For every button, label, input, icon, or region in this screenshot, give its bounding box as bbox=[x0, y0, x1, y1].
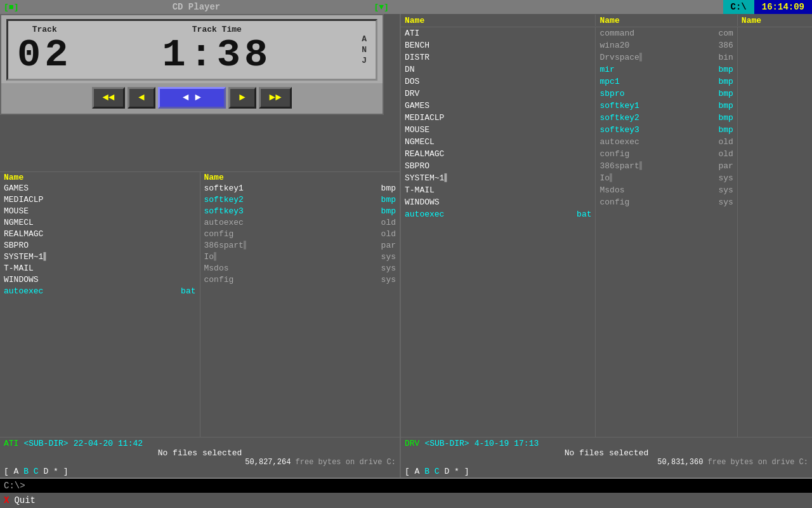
left-status-time: 11:42 bbox=[118, 439, 143, 448]
mode-j: J bbox=[362, 56, 367, 65]
left-col2-row[interactable]: softkey3bmp bbox=[203, 206, 398, 217]
right-row[interactable]: autoexecold bbox=[599, 136, 733, 148]
quit-bar: X Quit bbox=[0, 493, 812, 508]
left-indicator: ■ bbox=[9, 3, 14, 12]
left-col2-row[interactable]: 386spart▌par bbox=[203, 240, 398, 251]
left-col1: Name GAMES MEDIACLP MOUSE NGMECL REALMAG… bbox=[0, 172, 200, 437]
left-col2-header: Name bbox=[204, 173, 224, 182]
left-col1-row[interactable]: NGMECL bbox=[3, 217, 197, 229]
left-col1-row[interactable]: WINDOWS bbox=[3, 274, 197, 286]
right-row[interactable]: 386spart▌par bbox=[599, 160, 733, 172]
right-free-bytes: 50,831,360 bbox=[657, 458, 703, 467]
cd-player-panel: Track 02 Track Time 1:38 A N J ◄◄ ◄ ◄ ► … bbox=[0, 14, 384, 115]
left-col2-row[interactable]: softkey2bmp bbox=[203, 194, 398, 206]
left-status-dir: ATI bbox=[4, 439, 18, 448]
left-col2-row[interactable]: Io▌sys bbox=[203, 251, 398, 263]
left-col1-row[interactable]: SYSTEM~1▌ bbox=[3, 251, 197, 263]
right-row[interactable]: configold bbox=[599, 148, 733, 160]
right-row[interactable]: Drvspace▌bin bbox=[599, 51, 733, 64]
left-col2-row[interactable]: configold bbox=[203, 229, 398, 240]
left-bracket-close: ] bbox=[14, 3, 19, 12]
right-row[interactable]: Io▌sys bbox=[599, 172, 733, 184]
clock: 16:14:09 bbox=[754, 0, 812, 14]
left-col1-row[interactable]: MEDIACLP bbox=[3, 194, 197, 206]
right-row[interactable]: T-MAIL bbox=[405, 184, 591, 196]
left-col2: Name softkey1bmp softkey2bmp softkey3bmp… bbox=[200, 172, 400, 437]
right-status-time: 17:13 bbox=[514, 439, 539, 448]
quit-label: Quit bbox=[14, 495, 36, 505]
right-row[interactable]: MEDIACLP bbox=[405, 112, 591, 124]
left-drives[interactable]: [ A B C D * ] bbox=[4, 467, 396, 476]
left-col1-row[interactable]: autoexecbat bbox=[3, 286, 197, 297]
right-row[interactable]: Msdossys bbox=[599, 184, 733, 196]
right-row[interactable]: ATI bbox=[405, 27, 591, 39]
right-row[interactable]: sbprobmp bbox=[599, 88, 733, 100]
right-row[interactable]: GAMES bbox=[405, 100, 591, 112]
track-value: 02 bbox=[17, 36, 72, 75]
right-drives[interactable]: [ A B C D * ] bbox=[405, 467, 808, 476]
right-col3 bbox=[738, 27, 812, 437]
right-row[interactable]: WINDOWS bbox=[405, 196, 591, 208]
right-row[interactable]: DOS bbox=[405, 76, 591, 88]
right-row[interactable]: DISTR bbox=[405, 51, 591, 64]
left-col1-row[interactable]: REALMAGC bbox=[3, 229, 197, 240]
btn-forward[interactable]: ► bbox=[228, 87, 256, 109]
btn-forward-fast[interactable]: ►► bbox=[259, 87, 292, 109]
right-bracket-close: ] bbox=[384, 3, 389, 12]
left-col1-row[interactable]: T-MAIL bbox=[3, 263, 197, 274]
right-header-col1: Name bbox=[405, 16, 424, 25]
track-time-value: 1:38 bbox=[162, 36, 272, 75]
right-row[interactable]: mirbmp bbox=[599, 64, 733, 76]
quit-key[interactable]: X bbox=[4, 495, 9, 505]
right-row[interactable]: BENCH bbox=[405, 39, 591, 51]
cd-display: Track 02 Track Time 1:38 A N J bbox=[6, 19, 377, 81]
right-row[interactable]: NGMECL bbox=[405, 136, 591, 148]
btn-rewind[interactable]: ◄ bbox=[128, 87, 155, 109]
right-row[interactable]: mpc1bmp bbox=[599, 76, 733, 88]
right-row[interactable]: commandcom bbox=[599, 27, 733, 39]
left-files-selected: No files selected bbox=[4, 448, 396, 458]
right-drive-label: free bytes on drive C: bbox=[708, 458, 808, 467]
right-row[interactable]: autoexecbat bbox=[405, 208, 591, 220]
right-row[interactable]: SYSTEM~1▌ bbox=[405, 172, 591, 184]
right-status-dir: DRV bbox=[405, 439, 419, 448]
right-header-col3: Name bbox=[742, 16, 761, 25]
drive-label[interactable]: C:\ bbox=[723, 0, 754, 14]
right-col1: ATI BENCH DISTR DN DOS DRV GAMES MEDIACL… bbox=[401, 27, 596, 437]
left-col1-row[interactable]: MOUSE bbox=[3, 206, 197, 217]
right-row[interactable]: configsys bbox=[599, 196, 733, 208]
left-status-date: 22-04-20 bbox=[74, 439, 113, 448]
right-row[interactable]: DN bbox=[405, 64, 591, 76]
left-col2-row[interactable]: Msdossys bbox=[203, 263, 398, 274]
left-bracket-open: [ bbox=[0, 3, 9, 12]
right-row[interactable]: REALMAGC bbox=[405, 148, 591, 160]
btn-rewind-fast[interactable]: ◄◄ bbox=[92, 87, 125, 109]
right-status-type: <SUB-DIR> bbox=[424, 439, 469, 448]
right-col2: commandcom wina20386 Drvspace▌bin mirbmp… bbox=[596, 27, 737, 437]
prompt[interactable]: C:\> bbox=[4, 481, 25, 491]
cd-controls: ◄◄ ◄ ◄ ► ► ►► bbox=[1, 83, 383, 114]
right-row[interactable]: wina20386 bbox=[599, 39, 733, 51]
right-row[interactable]: softkey3bmp bbox=[599, 124, 733, 136]
left-col1-row[interactable]: SBPRO bbox=[3, 240, 197, 251]
left-status-type: <SUB-DIR> bbox=[23, 439, 68, 448]
cd-player-title: CD Player bbox=[18, 2, 374, 12]
mode-n: N bbox=[362, 45, 367, 55]
right-file-panel: Name Name Name ATI BENCH DISTR DN DOS DR… bbox=[400, 14, 812, 478]
right-row[interactable]: MOUSE bbox=[405, 124, 591, 136]
right-row[interactable]: SBPRO bbox=[405, 160, 591, 172]
right-row[interactable]: DRV bbox=[405, 88, 591, 100]
right-indicator: ▼ bbox=[379, 3, 384, 12]
left-col2-row[interactable]: configsys bbox=[203, 274, 398, 286]
command-prompt-bar: C:\> bbox=[0, 479, 812, 493]
left-free-bytes: 50,827,264 bbox=[245, 458, 291, 467]
left-col2-row[interactable]: autoexecold bbox=[203, 217, 398, 229]
right-row[interactable]: softkey2bmp bbox=[599, 112, 733, 124]
left-panel-status: ATI <SUB-DIR> 22-04-20 11:42 No files se… bbox=[0, 437, 400, 478]
right-row[interactable]: softkey1bmp bbox=[599, 100, 733, 112]
left-col2-row[interactable]: softkey1bmp bbox=[203, 183, 398, 194]
left-col1-row[interactable]: GAMES bbox=[3, 183, 197, 194]
left-col1-header: Name bbox=[4, 173, 23, 182]
right-bracket-open: [ bbox=[374, 3, 379, 12]
btn-play[interactable]: ◄ ► bbox=[158, 87, 226, 109]
